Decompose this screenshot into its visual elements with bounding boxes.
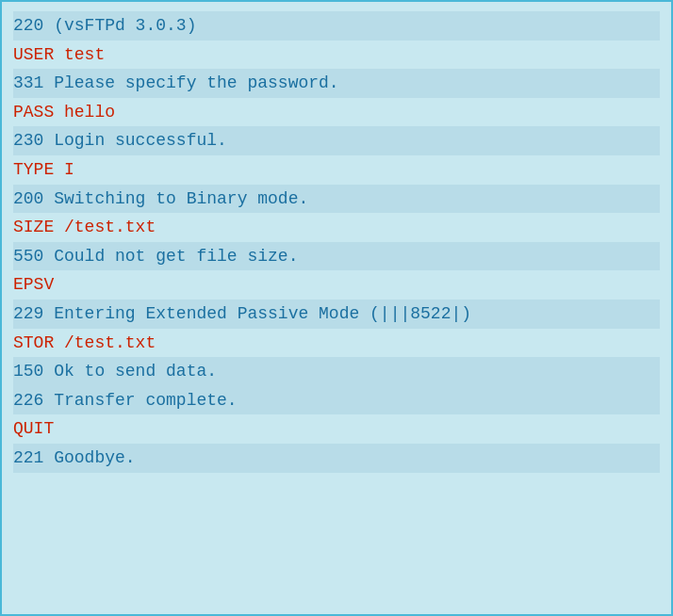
server-text: 226 Transfer complete. [13, 391, 238, 410]
terminal-line: USER test [13, 41, 660, 70]
terminal-line: 229 Entering Extended Passive Mode (|||8… [13, 300, 660, 329]
terminal-line: QUIT [13, 414, 660, 444]
terminal-line: 200 Switching to Binary mode. [13, 185, 660, 214]
terminal-line: 221 Goodbye. [13, 444, 660, 473]
server-text: 230 Login successful. [13, 131, 227, 150]
terminal-line: 331 Please specify the password. [13, 69, 660, 98]
terminal-output: 220 (vsFTPd 3.0.3)USER test331 Please sp… [13, 11, 660, 473]
terminal-line: 226 Transfer complete. [13, 386, 660, 415]
terminal-line: STOR /test.txt [13, 329, 660, 358]
server-text: 331 Please specify the password. [13, 73, 339, 92]
server-text: 150 Ok to send data. [13, 362, 217, 381]
server-text: 200 Switching to Binary mode. [13, 189, 308, 208]
server-text: 229 Entering Extended Passive Mode (|||8… [13, 304, 471, 323]
terminal-line: TYPE I [13, 155, 660, 185]
terminal-line: 230 Login successful. [13, 126, 660, 155]
terminal-line: 550 Could not get file size. [13, 242, 660, 271]
server-text: 221 Goodbye. [13, 448, 136, 467]
terminal-line: 150 Ok to send data. [13, 357, 660, 386]
server-text: 550 Could not get file size. [13, 247, 298, 266]
terminal-line: SIZE /test.txt [13, 213, 660, 242]
terminal-line: EPSV [13, 270, 660, 300]
server-text: 220 (vsFTPd 3.0.3) [13, 16, 196, 35]
terminal-line: 220 (vsFTPd 3.0.3) [13, 11, 660, 41]
terminal-line: PASS hello [13, 98, 660, 127]
